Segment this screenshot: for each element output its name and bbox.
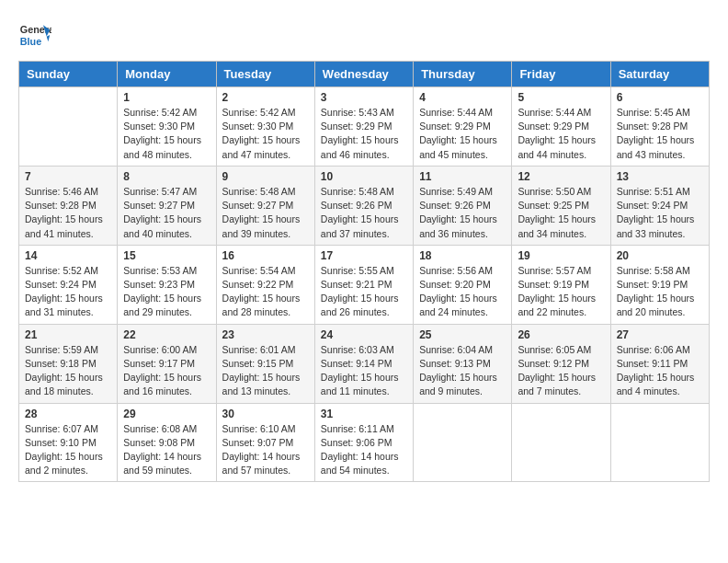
date-number: 19 xyxy=(518,249,604,262)
days-header-row: SundayMondayTuesdayWednesdayThursdayFrid… xyxy=(19,62,710,87)
calendar-cell: 31Sunrise: 6:11 AM Sunset: 9:06 PM Dayli… xyxy=(314,403,413,482)
calendar-cell: 8Sunrise: 5:47 AM Sunset: 9:27 PM Daylig… xyxy=(118,166,216,245)
calendar-cell: 11Sunrise: 5:49 AM Sunset: 9:26 PM Dayli… xyxy=(414,166,512,245)
week-row-2: 7Sunrise: 5:46 AM Sunset: 9:28 PM Daylig… xyxy=(19,166,710,245)
cell-info: Sunrise: 5:47 AM Sunset: 9:27 PM Dayligh… xyxy=(123,185,210,241)
date-number: 13 xyxy=(617,170,703,183)
cell-info: Sunrise: 5:48 AM Sunset: 9:26 PM Dayligh… xyxy=(321,185,407,241)
calendar-cell: 18Sunrise: 5:56 AM Sunset: 9:20 PM Dayli… xyxy=(414,245,512,324)
calendar-cell xyxy=(610,403,709,482)
calendar-cell: 22Sunrise: 6:00 AM Sunset: 9:17 PM Dayli… xyxy=(118,324,216,403)
calendar-table: SundayMondayTuesdayWednesdayThursdayFrid… xyxy=(18,61,710,482)
calendar-cell: 28Sunrise: 6:07 AM Sunset: 9:10 PM Dayli… xyxy=(19,403,118,482)
logo-icon: General Blue xyxy=(18,18,51,52)
date-number: 30 xyxy=(222,408,309,420)
cell-info: Sunrise: 5:48 AM Sunset: 9:27 PM Dayligh… xyxy=(222,185,309,241)
calendar-cell: 7Sunrise: 5:46 AM Sunset: 9:28 PM Daylig… xyxy=(19,166,118,245)
date-number: 23 xyxy=(222,328,309,341)
cell-info: Sunrise: 5:45 AM Sunset: 9:28 PM Dayligh… xyxy=(617,106,703,162)
day-header-sunday: Sunday xyxy=(19,62,118,87)
cell-info: Sunrise: 5:42 AM Sunset: 9:30 PM Dayligh… xyxy=(222,106,309,162)
day-header-wednesday: Wednesday xyxy=(314,62,413,87)
cell-info: Sunrise: 6:01 AM Sunset: 9:15 PM Dayligh… xyxy=(222,343,309,399)
date-number: 20 xyxy=(617,249,703,262)
date-number: 24 xyxy=(321,328,407,341)
calendar-cell: 19Sunrise: 5:57 AM Sunset: 9:19 PM Dayli… xyxy=(512,245,610,324)
date-number: 1 xyxy=(123,91,210,104)
cell-info: Sunrise: 6:10 AM Sunset: 9:07 PM Dayligh… xyxy=(222,422,309,478)
date-number: 11 xyxy=(419,170,506,183)
date-number: 8 xyxy=(123,170,210,183)
calendar-cell: 10Sunrise: 5:48 AM Sunset: 9:26 PM Dayli… xyxy=(314,166,413,245)
cell-info: Sunrise: 5:50 AM Sunset: 9:25 PM Dayligh… xyxy=(518,185,604,241)
date-number: 5 xyxy=(518,91,604,104)
date-number: 26 xyxy=(518,328,604,341)
calendar-cell: 17Sunrise: 5:55 AM Sunset: 9:21 PM Dayli… xyxy=(314,245,413,324)
cell-info: Sunrise: 6:06 AM Sunset: 9:11 PM Dayligh… xyxy=(617,343,703,399)
calendar-cell: 26Sunrise: 6:05 AM Sunset: 9:12 PM Dayli… xyxy=(512,324,610,403)
logo: General Blue xyxy=(18,18,51,52)
week-row-5: 28Sunrise: 6:07 AM Sunset: 9:10 PM Dayli… xyxy=(19,403,710,482)
date-number: 16 xyxy=(222,249,309,262)
week-row-1: 1Sunrise: 5:42 AM Sunset: 9:30 PM Daylig… xyxy=(19,87,710,167)
date-number: 27 xyxy=(617,328,703,341)
date-number: 31 xyxy=(321,408,407,420)
cell-info: Sunrise: 5:52 AM Sunset: 9:24 PM Dayligh… xyxy=(25,264,111,320)
cell-info: Sunrise: 5:55 AM Sunset: 9:21 PM Dayligh… xyxy=(321,264,407,320)
cell-info: Sunrise: 6:00 AM Sunset: 9:17 PM Dayligh… xyxy=(123,343,210,399)
svg-text:Blue: Blue xyxy=(20,36,41,47)
cell-info: Sunrise: 6:03 AM Sunset: 9:14 PM Dayligh… xyxy=(321,343,407,399)
cell-info: Sunrise: 5:53 AM Sunset: 9:23 PM Dayligh… xyxy=(123,264,210,320)
calendar-cell: 21Sunrise: 5:59 AM Sunset: 9:18 PM Dayli… xyxy=(19,324,118,403)
cell-info: Sunrise: 5:59 AM Sunset: 9:18 PM Dayligh… xyxy=(25,343,111,399)
date-number: 4 xyxy=(419,91,506,104)
calendar-cell: 1Sunrise: 5:42 AM Sunset: 9:30 PM Daylig… xyxy=(118,87,216,167)
cell-info: Sunrise: 6:07 AM Sunset: 9:10 PM Dayligh… xyxy=(25,422,111,478)
cell-info: Sunrise: 5:42 AM Sunset: 9:30 PM Dayligh… xyxy=(123,106,210,162)
cell-info: Sunrise: 5:49 AM Sunset: 9:26 PM Dayligh… xyxy=(419,185,506,241)
date-number: 17 xyxy=(321,249,407,262)
calendar-cell: 6Sunrise: 5:45 AM Sunset: 9:28 PM Daylig… xyxy=(610,87,709,167)
calendar-cell xyxy=(19,87,118,167)
page: General Blue SundayMondayTuesdayWednesda… xyxy=(0,0,728,491)
cell-info: Sunrise: 6:05 AM Sunset: 9:12 PM Dayligh… xyxy=(518,343,604,399)
calendar-cell: 5Sunrise: 5:44 AM Sunset: 9:29 PM Daylig… xyxy=(512,87,610,167)
calendar-cell xyxy=(512,403,610,482)
date-number: 2 xyxy=(222,91,309,104)
date-number: 28 xyxy=(25,408,111,420)
date-number: 3 xyxy=(321,91,407,104)
week-row-3: 14Sunrise: 5:52 AM Sunset: 9:24 PM Dayli… xyxy=(19,245,710,324)
date-number: 22 xyxy=(123,328,210,341)
calendar-cell: 29Sunrise: 6:08 AM Sunset: 9:08 PM Dayli… xyxy=(118,403,216,482)
day-header-thursday: Thursday xyxy=(414,62,512,87)
calendar-cell: 12Sunrise: 5:50 AM Sunset: 9:25 PM Dayli… xyxy=(512,166,610,245)
date-number: 15 xyxy=(123,249,210,262)
calendar-cell: 14Sunrise: 5:52 AM Sunset: 9:24 PM Dayli… xyxy=(19,245,118,324)
calendar-cell: 15Sunrise: 5:53 AM Sunset: 9:23 PM Dayli… xyxy=(118,245,216,324)
date-number: 14 xyxy=(25,249,111,262)
date-number: 7 xyxy=(25,170,111,183)
calendar-body: 1Sunrise: 5:42 AM Sunset: 9:30 PM Daylig… xyxy=(19,87,710,482)
calendar-cell: 13Sunrise: 5:51 AM Sunset: 9:24 PM Dayli… xyxy=(610,166,709,245)
day-header-monday: Monday xyxy=(118,62,216,87)
calendar-cell: 2Sunrise: 5:42 AM Sunset: 9:30 PM Daylig… xyxy=(216,87,314,167)
day-header-friday: Friday xyxy=(512,62,610,87)
date-number: 29 xyxy=(123,408,210,420)
cell-info: Sunrise: 5:43 AM Sunset: 9:29 PM Dayligh… xyxy=(321,106,407,162)
calendar-cell: 30Sunrise: 6:10 AM Sunset: 9:07 PM Dayli… xyxy=(216,403,314,482)
cell-info: Sunrise: 5:44 AM Sunset: 9:29 PM Dayligh… xyxy=(419,106,506,162)
date-number: 25 xyxy=(419,328,506,341)
date-number: 6 xyxy=(617,91,703,104)
cell-info: Sunrise: 6:08 AM Sunset: 9:08 PM Dayligh… xyxy=(123,422,210,478)
cell-info: Sunrise: 5:44 AM Sunset: 9:29 PM Dayligh… xyxy=(518,106,604,162)
day-header-saturday: Saturday xyxy=(610,62,709,87)
calendar-cell: 25Sunrise: 6:04 AM Sunset: 9:13 PM Dayli… xyxy=(414,324,512,403)
cell-info: Sunrise: 6:11 AM Sunset: 9:06 PM Dayligh… xyxy=(321,422,407,478)
calendar-cell: 3Sunrise: 5:43 AM Sunset: 9:29 PM Daylig… xyxy=(314,87,413,167)
calendar-cell: 4Sunrise: 5:44 AM Sunset: 9:29 PM Daylig… xyxy=(414,87,512,167)
date-number: 10 xyxy=(321,170,407,183)
calendar-cell xyxy=(414,403,512,482)
date-number: 9 xyxy=(222,170,309,183)
cell-info: Sunrise: 5:58 AM Sunset: 9:19 PM Dayligh… xyxy=(617,264,703,320)
day-header-tuesday: Tuesday xyxy=(216,62,314,87)
